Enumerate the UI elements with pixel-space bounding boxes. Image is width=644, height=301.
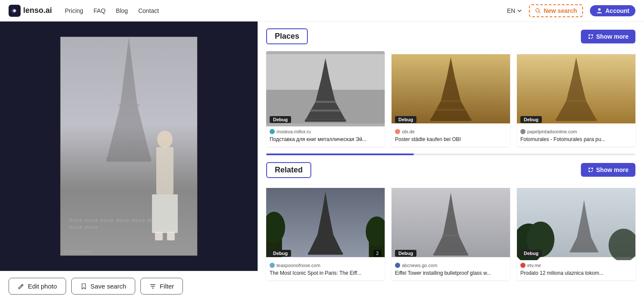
related-card-0[interactable]: Debug 2 teaspoonofnose.com The Most Icon…: [266, 185, 385, 280]
related-cards-row: Debug 2 teaspoonofnose.com The Most Icon…: [266, 185, 635, 280]
places-show-more-button[interactable]: Show more: [581, 30, 635, 43]
places-card-0-image: [266, 51, 385, 126]
bookmark-icon: [80, 283, 87, 290]
scroll-progress: [266, 154, 635, 155]
related-card-0-count: 2: [374, 250, 381, 257]
getty-label: © Getty Images: [64, 249, 91, 254]
related-card-2-source: etv.me: [517, 260, 635, 269]
related-card-1-source: abcnews.go.com: [392, 260, 510, 269]
nav-pricing[interactable]: Pricing: [65, 7, 83, 14]
related-card-1-image-wrap: Debug: [392, 185, 510, 260]
svg-rect-22: [305, 120, 346, 122]
expand-icon: [588, 34, 594, 40]
svg-line-14: [21, 285, 22, 286]
places-card-2-source: papelpintadoonline.com: [517, 126, 635, 135]
svg-rect-33: [566, 100, 586, 102]
related-card-0-title: The Most Iconic Spot in Paris: The Eiff.…: [266, 269, 385, 280]
expand-icon-2: [588, 167, 594, 173]
related-card-1[interactable]: Debug abcnews.go.com Eiffel Tower instal…: [392, 185, 510, 280]
svg-rect-7: [114, 136, 144, 139]
nav-faq[interactable]: FAQ: [94, 7, 106, 14]
dune-watermark: dune dune dune dune dune dune dune dune …: [61, 218, 197, 230]
svg-rect-12: [155, 232, 163, 240]
related-card-0-image-wrap: Debug 2: [266, 185, 385, 260]
related-card-0-source: teaspoonofnose.com: [266, 260, 385, 269]
svg-point-9: [157, 131, 173, 148]
places-card-2-title: Fotomurales - Fotomurales para pu...: [517, 135, 635, 147]
related-card-2-image-wrap: Debug: [517, 185, 635, 260]
places-card-2-image: [517, 51, 635, 126]
language-selector[interactable]: EN: [507, 7, 522, 14]
bottom-bar: Edit photo Save search Filter: [0, 271, 258, 301]
related-card-2-image: [517, 185, 635, 260]
related-section-header: Related Show more: [266, 162, 635, 178]
svg-rect-5: [106, 157, 151, 162]
places-cards-row: Debug moskva.miltor.ru Подставка для кни…: [266, 51, 635, 147]
related-card-0-debug: Debug: [270, 250, 291, 257]
navbar: lenso.ai Pricing FAQ Blog Contact EN New…: [0, 0, 644, 22]
places-card-2-image-wrap: Debug: [517, 51, 635, 126]
uploaded-image: dune dune dune dune dune dune dune dune …: [60, 37, 197, 256]
svg-rect-13: [167, 232, 175, 240]
places-card-0[interactable]: Debug moskva.miltor.ru Подставка для кни…: [266, 51, 385, 147]
places-card-2[interactable]: Debug papelpintadoonline.com Fotomurales…: [517, 51, 635, 147]
new-search-button[interactable]: New search: [529, 4, 583, 17]
logo-icon: [9, 5, 21, 17]
edit-photo-button[interactable]: Edit photo: [9, 278, 66, 295]
svg-rect-32: [556, 119, 597, 121]
svg-rect-38: [308, 252, 343, 255]
places-section-title: Places: [266, 28, 308, 44]
scroll-fill: [266, 154, 414, 155]
source-dot: [520, 263, 526, 268]
nav-blog[interactable]: Blog: [116, 7, 128, 14]
source-dot: [395, 263, 400, 268]
related-card-2-debug: Debug: [520, 250, 542, 257]
logo[interactable]: lenso.ai: [9, 5, 52, 17]
nav-links: Pricing FAQ Blog Contact: [65, 7, 159, 14]
places-card-1-image: [392, 51, 510, 126]
svg-rect-10: [156, 147, 173, 194]
related-show-more-button[interactable]: Show more: [581, 163, 635, 177]
places-section-header: Places Show more: [266, 28, 635, 44]
edit-icon: [18, 283, 24, 290]
places-card-1[interactable]: Debug obi.de Poster städte kaufen bei OB…: [392, 51, 510, 147]
left-panel: dune dune dune dune dune dune dune dune …: [0, 22, 258, 301]
save-search-button[interactable]: Save search: [71, 278, 135, 295]
svg-rect-43: [434, 253, 468, 256]
nav-right: EN New search Account: [507, 4, 635, 17]
places-card-0-source: moskva.miltor.ru: [266, 126, 385, 135]
account-button[interactable]: Account: [590, 5, 635, 16]
filter-icon: [149, 283, 156, 290]
places-card-1-debug: Debug: [395, 116, 416, 123]
related-section-title: Related: [266, 162, 311, 178]
svg-point-1: [536, 9, 539, 12]
svg-rect-44: [442, 234, 459, 236]
svg-rect-23: [315, 101, 336, 103]
related-card-2-title: Prodato 12 miliona ulaznica tokom...: [517, 269, 635, 280]
places-card-0-debug: Debug: [270, 116, 291, 123]
places-card-1-title: Poster städte kaufen bei OBI: [392, 135, 510, 147]
places-card-1-source: obi.de: [392, 126, 510, 135]
svg-point-3: [598, 8, 601, 11]
related-card-0-image: [266, 185, 385, 260]
right-panel: Places Show more: [258, 22, 644, 301]
source-dot: [520, 129, 526, 134]
source-dot: [270, 263, 275, 268]
svg-rect-24: [310, 110, 340, 112]
filter-button[interactable]: Filter: [140, 278, 183, 295]
main-layout: dune dune dune dune dune dune dune dune …: [0, 22, 644, 301]
search-icon: [535, 8, 541, 14]
chevron-down-icon: [517, 8, 522, 13]
svg-line-2: [539, 12, 541, 13]
source-dot: [395, 129, 400, 134]
places-card-0-title: Подставка для книг металлическая Эй...: [266, 135, 385, 147]
places-card-0-image-wrap: Debug: [266, 51, 385, 126]
places-card-1-image-wrap: Debug: [392, 51, 510, 126]
nav-contact[interactable]: Contact: [138, 7, 159, 14]
related-card-1-image: [392, 185, 510, 260]
image-container: dune dune dune dune dune dune dune dune …: [0, 22, 258, 271]
related-card-1-title: Eiffel Tower installing bulletproof glas…: [392, 269, 510, 280]
svg-rect-6: [118, 104, 140, 107]
related-card-2[interactable]: Debug etv.me Prodato 12 miliona ulaznica…: [517, 185, 635, 280]
source-dot: [270, 129, 275, 134]
